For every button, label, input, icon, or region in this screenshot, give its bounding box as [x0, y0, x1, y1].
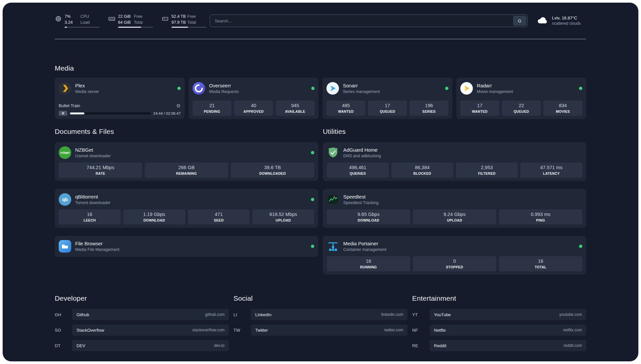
service-filebrowser[interactable]: File Browser Media File Management [59, 239, 314, 254]
card-plex: Plex Media server Bullet Train ⚙ [55, 77, 185, 119]
stat-wanted: 485WANTED [326, 101, 365, 116]
bookmark-link-github[interactable]: Github github.com [72, 309, 229, 320]
service-name: Sonarr [343, 82, 380, 89]
stat-approved: 40APPROVED [234, 101, 273, 116]
utilities-section-title: Utilities [323, 128, 586, 136]
stat-filtered: 2,953FILTERED [456, 163, 518, 178]
plex-now-playing: Bullet Train ⚙ 24:44 / 02:06:47 [59, 103, 181, 116]
cpu-percent: 7% [65, 14, 80, 20]
service-desc: Series management [343, 89, 380, 94]
now-playing-title: Bullet Train [59, 103, 80, 108]
adguard-icon [327, 146, 339, 159]
disk-icon [162, 15, 169, 22]
service-name: Plex [75, 82, 99, 89]
status-dot [311, 87, 315, 90]
bookmark-stackoverflow: SO StackOverflow stackoverflow.com [55, 324, 229, 336]
bookmark-link-reddit[interactable]: Reddit reddit.com [430, 340, 586, 351]
settings-gear-icon[interactable]: ⚙ [176, 103, 181, 108]
bookmark-link-youtube[interactable]: YouTube youtube.com [430, 309, 586, 320]
stat-upload: 9.24 GbpsUPLOAD [413, 209, 496, 225]
stat-rate: 744.21 MbpsRATE [59, 163, 142, 178]
service-radarr[interactable]: Radarr Movie management [460, 81, 582, 96]
service-desc: Container management [343, 247, 386, 252]
search-input[interactable] [210, 18, 512, 23]
stat-queued: 17QUEUED [368, 101, 407, 116]
service-speedtest[interactable]: Speedtest Speedtest Tracking [327, 192, 582, 207]
playback-time: 24:44 / 02:06:47 [153, 111, 181, 115]
nzbget-icon: nzbget [59, 146, 71, 159]
weather-location: Lviv, 16.87°C [552, 15, 581, 21]
bookmark-reddit: RE Reddit reddit.com [412, 340, 586, 351]
portainer-icon [327, 240, 339, 253]
bookmarks-social: Social LI LinkedIn linkedin.com TW Twitt… [233, 294, 408, 351]
service-name: File Browser [75, 240, 119, 247]
bookmark-link-dev[interactable]: DEV dev.to [72, 340, 229, 351]
ram-progressbar [118, 27, 153, 28]
service-qbittorrent[interactable]: qb qBittorrent Torrent downloader [59, 192, 314, 207]
status-dot [311, 151, 314, 154]
service-desc: Torrent downloader [75, 200, 110, 205]
stat-upload: 618.52 MbpsUPLOAD [252, 209, 314, 225]
stat-available: 945AVAILABLE [276, 101, 315, 116]
status-dot [445, 87, 448, 90]
stat-remaining: 266 GBREMAINING [145, 163, 228, 178]
sonarr-icon [326, 82, 339, 95]
ram-widget: 22 GiBFree 64 GiBTotal [108, 14, 153, 28]
search-provider-button[interactable]: G [513, 16, 526, 26]
service-overseerr[interactable]: Overseerr Media Requests [193, 81, 315, 96]
status-dot [579, 87, 582, 90]
status-dot [311, 245, 314, 248]
stat-seed: 471SEED [188, 209, 250, 225]
disk-progressbar [171, 27, 206, 28]
service-name: qBittorrent [75, 194, 110, 200]
bookmark-github: GH Github github.com [55, 309, 229, 320]
weather-condition: scattered clouds [552, 21, 581, 26]
card-speedtest: Speedtest Speedtest Tracking 9.65 GbpsDO… [323, 189, 586, 228]
cloud-icon [537, 15, 549, 26]
bookmark-link-stackoverflow[interactable]: StackOverflow stackoverflow.com [72, 324, 229, 336]
bookmark-linkedin: LI LinkedIn linkedin.com [233, 309, 408, 320]
pause-button[interactable] [59, 111, 67, 116]
cpu-icon [55, 15, 62, 22]
service-adguard[interactable]: AdGuard Home DNS and adblocking [327, 145, 582, 160]
service-desc: Media Requests [209, 89, 239, 94]
disk-widget: 52.4 TBFree 97.9 TBTotal [162, 14, 206, 28]
card-radarr: Radarr Movie management 17WANTED 22QUEUE… [456, 77, 586, 119]
status-dot [579, 245, 582, 248]
stat-movies: 834MOVIES [543, 101, 582, 116]
section-media: Media Plex Media server [55, 64, 586, 119]
service-nzbget[interactable]: nzbget NZBGet Usenet downloader [59, 145, 314, 160]
disk-total: 97.9 TB [171, 20, 187, 26]
stat-leech: 16LEECH [59, 209, 121, 225]
stat-running: 16RUNNING [327, 256, 410, 271]
bookmark-link-netflix[interactable]: Netflix netflix.com [430, 324, 586, 336]
social-section-title: Social [233, 294, 408, 302]
card-filebrowser: File Browser Media File Management [55, 236, 318, 257]
service-desc: Media File Management [75, 247, 119, 252]
service-name: Overseerr [209, 82, 239, 89]
resource-widgets: 7%CPU 3.24Load 22 GiBFree 64 GiBTotal [55, 14, 206, 28]
stat-downloaded: 39.6 TBDOWNLOADED [231, 163, 314, 178]
dashboard-panel: 7%CPU 3.24Load 22 GiBFree 64 GiBTotal [3, 3, 638, 361]
bookmark-youtube: YT YouTube youtube.com [412, 309, 586, 320]
entertainment-section-title: Entertainment [412, 294, 586, 302]
service-plex[interactable]: Plex Media server [59, 81, 181, 96]
service-portainer[interactable]: Media Portainer Container management [327, 239, 582, 254]
header-divider [55, 39, 586, 39]
playback-progressbar[interactable] [70, 112, 151, 114]
card-nzbget: nzbget NZBGet Usenet downloader 744.21 M… [55, 142, 318, 181]
service-name: NZBGet [75, 147, 111, 153]
service-sonarr[interactable]: Sonarr Series management [326, 81, 448, 96]
stat-download: 9.65 GbpsDOWNLOAD [327, 209, 410, 225]
card-overseerr: Overseerr Media Requests 21PENDING 40APP… [189, 77, 319, 119]
disk-free: 52.4 TB [171, 14, 187, 20]
developer-section-title: Developer [55, 294, 229, 302]
stat-queries: 498,461QUERIES [327, 163, 389, 178]
qbittorrent-icon: qb [59, 193, 71, 206]
bookmarks-developer: Developer GH Github github.com SO StackO… [55, 294, 229, 351]
stat-ping: 0.993 msPING [499, 209, 582, 225]
bookmark-link-linkedin[interactable]: LinkedIn linkedin.com [251, 309, 408, 320]
card-qbittorrent: qb qBittorrent Torrent downloader 16LEEC… [55, 189, 318, 228]
bookmark-link-twitter[interactable]: Twitter twitter.com [251, 324, 408, 336]
bookmark-netflix: NF Netflix netflix.com [412, 324, 586, 336]
